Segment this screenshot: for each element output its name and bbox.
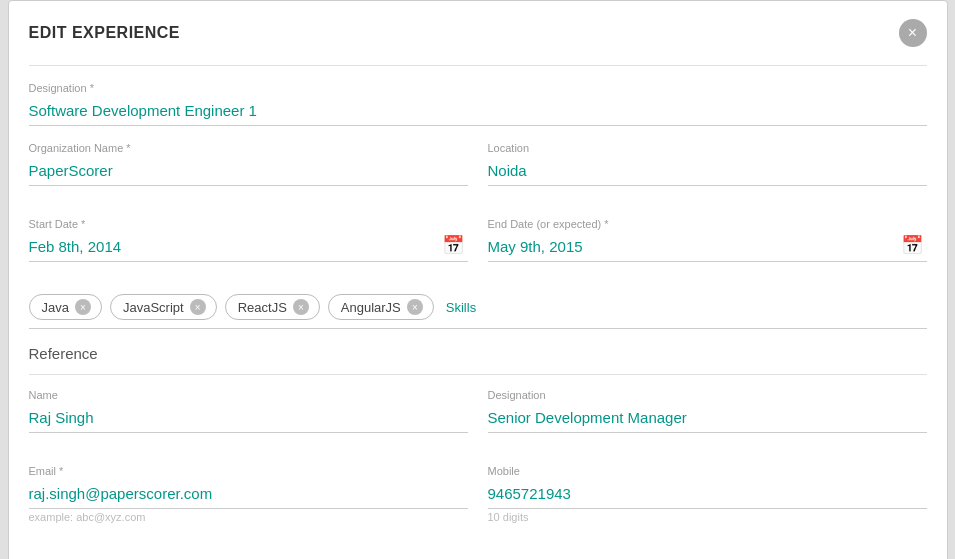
ref-mobile-label: Mobile bbox=[488, 465, 927, 477]
ref-designation-label: Designation bbox=[488, 389, 927, 401]
ref-name-field: Name bbox=[29, 389, 468, 433]
remove-skill-button[interactable]: × bbox=[75, 299, 91, 315]
remove-skill-button[interactable]: × bbox=[190, 299, 206, 315]
skill-name: JavaScript bbox=[123, 300, 184, 315]
designation-field: Designation * bbox=[29, 82, 927, 126]
end-date-input[interactable] bbox=[488, 234, 927, 262]
ref-email-hint: example: abc@xyz.com bbox=[29, 511, 468, 523]
start-date-field: Start Date * 📅 bbox=[29, 218, 468, 262]
org-location-row: Organization Name * Location bbox=[29, 142, 927, 202]
ref-email-input[interactable] bbox=[29, 481, 468, 509]
remove-skill-button[interactable]: × bbox=[407, 299, 423, 315]
skill-name: ReactJS bbox=[238, 300, 287, 315]
start-date-input[interactable] bbox=[29, 234, 468, 262]
skills-label: Skills bbox=[446, 300, 476, 315]
location-input[interactable] bbox=[488, 158, 927, 186]
skill-tag: ReactJS× bbox=[225, 294, 320, 320]
ref-name-label: Name bbox=[29, 389, 468, 401]
reference-divider bbox=[29, 374, 927, 375]
ref-email-mobile-row: Email * example: abc@xyz.com Mobile 10 d… bbox=[29, 465, 927, 539]
end-date-label: End Date (or expected) * bbox=[488, 218, 927, 230]
skill-name: Java bbox=[42, 300, 69, 315]
end-date-field: End Date (or expected) * 📅 bbox=[488, 218, 927, 262]
designation-input[interactable] bbox=[29, 98, 927, 126]
designation-label: Designation * bbox=[29, 82, 927, 94]
ref-name-input[interactable] bbox=[29, 405, 468, 433]
edit-experience-modal: EDIT EXPERIENCE × Designation * Organiza… bbox=[8, 0, 948, 559]
location-field: Location bbox=[488, 142, 927, 186]
modal-title: EDIT EXPERIENCE bbox=[29, 24, 181, 42]
start-date-label: Start Date * bbox=[29, 218, 468, 230]
header-divider bbox=[29, 65, 927, 66]
ref-email-field: Email * example: abc@xyz.com bbox=[29, 465, 468, 523]
ref-name-designation-row: Name Designation bbox=[29, 389, 927, 449]
ref-mobile-field: Mobile 10 digits bbox=[488, 465, 927, 523]
end-date-calendar-icon[interactable]: 📅 bbox=[901, 234, 923, 256]
location-label: Location bbox=[488, 142, 927, 154]
ref-mobile-hint: 10 digits bbox=[488, 511, 927, 523]
organization-input[interactable] bbox=[29, 158, 468, 186]
ref-designation-input[interactable] bbox=[488, 405, 927, 433]
ref-email-label: Email * bbox=[29, 465, 468, 477]
skill-name: AngularJS bbox=[341, 300, 401, 315]
reference-section: Reference Name Designation Email * examp… bbox=[29, 345, 927, 539]
start-date-calendar-icon[interactable]: 📅 bbox=[442, 234, 464, 256]
reference-section-title: Reference bbox=[29, 345, 927, 362]
modal-header: EDIT EXPERIENCE × bbox=[29, 19, 927, 47]
remove-skill-button[interactable]: × bbox=[293, 299, 309, 315]
organization-label: Organization Name * bbox=[29, 142, 468, 154]
skill-tag: Java× bbox=[29, 294, 102, 320]
organization-field: Organization Name * bbox=[29, 142, 468, 186]
skills-section: Java×JavaScript×ReactJS×AngularJS×Skills bbox=[29, 294, 927, 329]
skill-tag: JavaScript× bbox=[110, 294, 217, 320]
ref-mobile-input[interactable] bbox=[488, 481, 927, 509]
dates-row: Start Date * 📅 End Date (or expected) * … bbox=[29, 218, 927, 278]
skills-row: Java×JavaScript×ReactJS×AngularJS×Skills bbox=[29, 294, 927, 329]
skill-tag: AngularJS× bbox=[328, 294, 434, 320]
ref-designation-field: Designation bbox=[488, 389, 927, 433]
close-button[interactable]: × bbox=[899, 19, 927, 47]
